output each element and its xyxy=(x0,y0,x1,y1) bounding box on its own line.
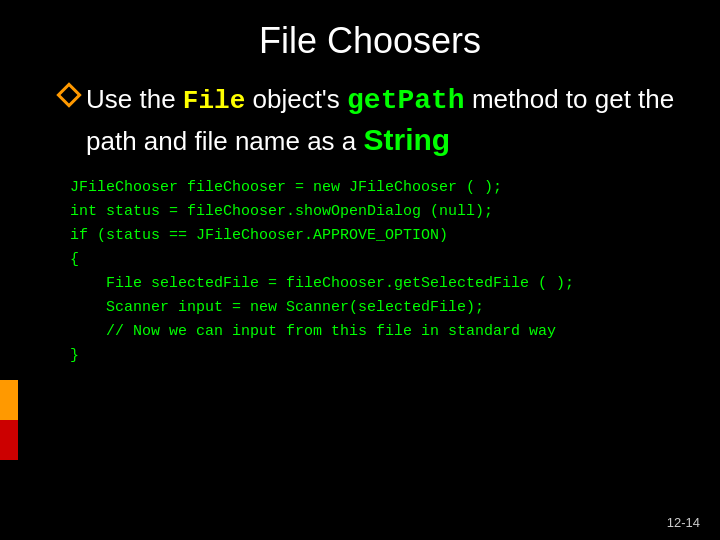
file-keyword: File xyxy=(183,86,245,116)
diamond-icon xyxy=(56,82,81,107)
getpath-keyword: getPath xyxy=(347,85,465,116)
code-line-3: if (status == JFileChooser.APPROVE_OPTIO… xyxy=(70,224,680,248)
code-line-5: File selectedFile = fileChooser.getSelec… xyxy=(70,272,680,296)
code-line-4: { xyxy=(70,248,680,272)
bullet-icon xyxy=(60,86,78,104)
code-line-8: } xyxy=(70,344,680,368)
slide: File Choosers Use the File object's getP… xyxy=(0,0,720,540)
code-line-1: JFileChooser fileChooser = new JFileChoo… xyxy=(70,176,680,200)
string-keyword: String xyxy=(364,123,451,156)
slide-title: File Choosers xyxy=(60,20,680,62)
code-line-7: // Now we can input from this file in st… xyxy=(70,320,680,344)
bar-red xyxy=(0,420,18,460)
bullet-text: Use the File object's getPath method to … xyxy=(86,82,680,160)
bar-gold xyxy=(0,380,18,420)
left-bar-decoration xyxy=(0,380,18,460)
code-block: JFileChooser fileChooser = new JFileChoo… xyxy=(60,176,680,368)
text-use-the: Use the xyxy=(86,84,183,114)
page-number: 12-14 xyxy=(667,515,700,530)
code-line-2: int status = fileChooser.showOpenDialog … xyxy=(70,200,680,224)
code-line-6: Scanner input = new Scanner(selectedFile… xyxy=(70,296,680,320)
text-objects: object's xyxy=(245,84,347,114)
bullet-section: Use the File object's getPath method to … xyxy=(60,82,680,160)
